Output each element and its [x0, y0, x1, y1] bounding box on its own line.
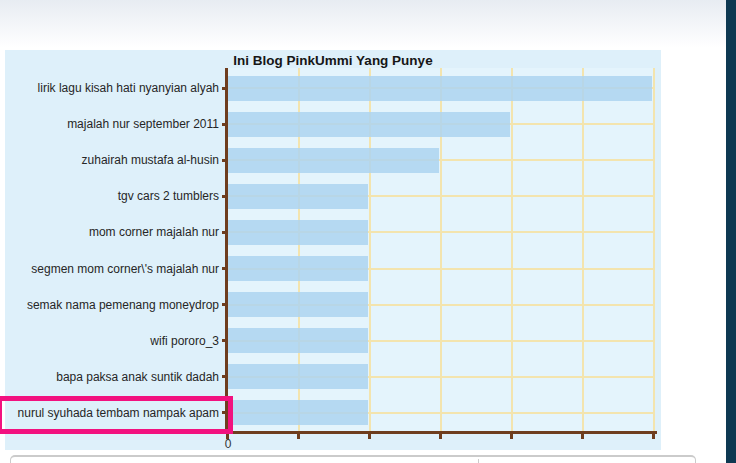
y-axis-tick [222, 303, 228, 306]
y-axis-tick [222, 375, 228, 378]
y-axis-tick [222, 339, 228, 342]
chart-title: Ini Blog PinkUmmi Yang Punye [5, 53, 661, 68]
y-axis-tick [222, 123, 228, 126]
category-label: segmen mom corner\'s majalah nur [31, 261, 219, 277]
bar [228, 400, 368, 425]
lower-table-edge [10, 455, 696, 463]
bar [228, 364, 368, 389]
bar [228, 184, 368, 209]
page: Ini Blog PinkUmmi Yang Punye lirik lagu … [0, 0, 736, 463]
category-label: bapa paksa anak suntik dadah [56, 369, 219, 385]
category-label: zuhairah mustafa al-husin [82, 152, 219, 168]
page-top-gradient [0, 0, 727, 48]
category-label: mom corner majalah nur [89, 224, 219, 240]
y-axis-tick [222, 159, 228, 162]
bar [228, 220, 368, 245]
stats-chart-panel: Ini Blog PinkUmmi Yang Punye lirik lagu … [5, 50, 661, 450]
bar [228, 328, 368, 353]
bar [228, 148, 439, 173]
annotation-highlight-box [0, 396, 233, 434]
y-axis-tick [222, 195, 228, 198]
lower-table-column-divider [478, 459, 479, 463]
category-label: lirik lagu kisah hati nyanyian alyah [38, 80, 219, 96]
y-axis-tick [222, 267, 228, 270]
plot-area [228, 68, 654, 431]
category-label: tgv cars 2 tumblers [118, 188, 219, 204]
category-label: semak nama pemenang moneydrop [27, 297, 219, 313]
bar [228, 76, 652, 101]
bar [228, 256, 368, 281]
bar [228, 292, 368, 317]
bar [228, 112, 510, 137]
category-label: wifi pororo_3 [150, 333, 219, 349]
y-axis-tick [222, 231, 228, 234]
x-axis-tick [652, 434, 655, 439]
category-label: majalah nur september 2011 [67, 116, 219, 132]
x-axis-tick [297, 434, 300, 439]
x-tick-label-zero: 0 [217, 437, 239, 451]
y-axis-tick [222, 87, 228, 90]
right-edge-strip [726, 0, 736, 463]
x-axis-tick [581, 434, 584, 439]
x-axis-tick [439, 434, 442, 439]
x-axis-tick [510, 434, 513, 439]
x-axis-tick [368, 434, 371, 439]
